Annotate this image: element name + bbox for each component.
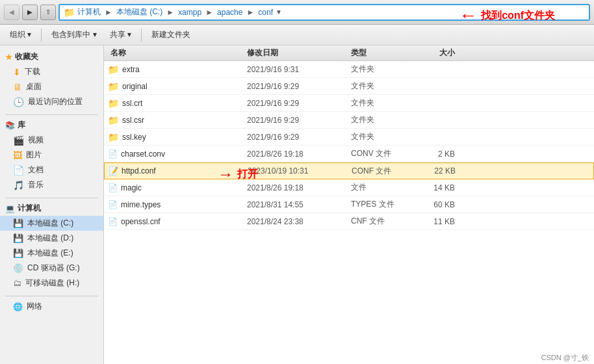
sidebar-item-picture[interactable]: 🖼 图片 <box>0 148 103 162</box>
table-row[interactable]: 📁 ssl.crt 2021/9/16 9:29 文件夹 <box>104 95 594 112</box>
table-row[interactable]: 📄 mime.types 2021/8/31 14:55 TYPES 文件 60… <box>104 196 594 213</box>
file-name: ssl.key <box>122 133 146 142</box>
file-type: CNF 文件 <box>351 216 416 227</box>
file-date: 2023/10/19 10:31 <box>248 166 352 176</box>
file-type: 文件夹 <box>351 64 416 75</box>
sep2: ► <box>166 8 174 17</box>
sep4: ► <box>246 8 254 17</box>
file-type: 文件 <box>351 182 416 193</box>
forward-button[interactable]: ▶ <box>22 5 38 20</box>
desktop-icon: 🖥 <box>13 82 22 92</box>
sidebar: ★ 收藏夹 ⬇ 下载 🖥 桌面 🕒 最近访问的位置 📚 库 <box>0 46 104 364</box>
table-row[interactable]: 📄 charset.conv 2021/8/26 19:18 CONV 文件 2… <box>104 146 594 162</box>
annotation-conf: ← 找到conf文件夹 <box>459 5 555 26</box>
organize-button[interactable]: 组织 ▾ <box>4 27 37 43</box>
share-button[interactable]: 共享 ▾ <box>104 27 137 43</box>
divider2 <box>141 29 142 42</box>
libraries-label: 库 <box>18 120 25 131</box>
sidebar-item-desktop-label: 桌面 <box>26 81 42 92</box>
file-list-header: 名称 修改日期 类型 大小 <box>104 46 594 61</box>
file-name-cell: 📄 charset.conv <box>104 150 247 159</box>
file-type: 文件夹 <box>351 81 416 92</box>
computer-label: 计算机 <box>18 203 41 214</box>
file-name-cell: 📁 ssl.crt <box>104 98 247 109</box>
sidebar-item-drive-c[interactable]: 💾 本地磁盘 (C:) <box>0 216 103 231</box>
table-row[interactable]: 📝 httpd.conf 2023/10/19 10:31 CONF 文件 22… <box>104 162 594 179</box>
header-date[interactable]: 修改日期 <box>247 47 351 58</box>
file-name: original <box>122 82 148 91</box>
new-folder-button[interactable]: 新建文件夹 <box>146 27 196 43</box>
file-name: httpd.conf <box>122 166 156 176</box>
libraries-header: 📚 库 <box>0 118 103 133</box>
header-name[interactable]: 名称 <box>104 47 247 58</box>
table-row[interactable]: 📄 openssl.cnf 2021/8/24 23:38 CNF 文件 11 … <box>104 213 594 230</box>
file-date: 2021/9/16 9:31 <box>247 65 351 74</box>
table-row[interactable]: 📄 magic 2021/8/26 19:18 文件 14 KB <box>104 179 594 196</box>
sidebar-item-drive-e-label: 本地磁盘 (E:) <box>27 248 73 259</box>
archive-button[interactable]: 包含到库中 ▾ <box>45 27 102 43</box>
breadcrumb-dropdown[interactable]: ▼ <box>276 8 282 16</box>
computer-icon: 💻 <box>5 204 15 213</box>
file-date: 2021/9/16 9:29 <box>247 116 351 125</box>
sidebar-item-document-label: 文档 <box>28 164 44 176</box>
sidebar-item-drive-h[interactable]: 🗂 可移动磁盘 (H:) <box>0 276 103 291</box>
picture-icon: 🖼 <box>13 150 22 161</box>
sidebar-item-network-label: 网络 <box>27 301 42 312</box>
sidebar-item-desktop[interactable]: 🖥 桌面 <box>0 79 103 94</box>
breadcrumb-c[interactable]: 本地磁盘 (C:) <box>116 6 162 18</box>
up-button[interactable]: ⇧ <box>40 5 56 20</box>
header-size[interactable]: 大小 <box>416 47 461 58</box>
file-type: 文件夹 <box>351 114 416 125</box>
video-icon: 🎬 <box>13 135 24 146</box>
status-text: CSDN @寸_铁 <box>541 354 589 361</box>
sidebar-item-drive-c-label: 本地磁盘 (C:) <box>27 218 73 229</box>
file-name: mime.types <box>121 200 161 209</box>
file-name: ssl.csr <box>122 116 144 125</box>
favorites-label: 收藏夹 <box>15 51 38 62</box>
recent-icon: 🕒 <box>13 97 24 107</box>
table-row[interactable]: 📁 extra 2021/9/16 9:31 文件夹 <box>104 61 594 78</box>
sidebar-item-music[interactable]: 🎵 音乐 <box>0 177 103 192</box>
sep1: ► <box>105 8 112 17</box>
sidebar-item-recent[interactable]: 🕒 最近访问的位置 <box>0 94 103 109</box>
sidebar-item-drive-g[interactable]: 💿 CD 驱动器 (G:) <box>0 261 103 276</box>
address-bar-container: ◀ ▶ ⇧ 📁 计算机 ► 本地磁盘 (C:) ► xampp ► apache… <box>0 0 594 25</box>
file-name: extra <box>122 65 140 74</box>
file-name-cell: 📄 openssl.cnf <box>104 217 247 226</box>
breadcrumb-conf[interactable]: conf <box>258 8 273 17</box>
file-date: 2021/9/16 9:29 <box>247 99 351 108</box>
breadcrumb-computer[interactable]: 计算机 <box>77 6 101 18</box>
favorites-section: ★ 收藏夹 ⬇ 下载 🖥 桌面 🕒 最近访问的位置 <box>0 49 103 109</box>
file-list-area: 名称 修改日期 类型 大小 📁 extra 2021/9/16 9:31 文件夹… <box>104 46 594 364</box>
header-type[interactable]: 类型 <box>351 47 416 58</box>
file-type: 文件夹 <box>351 131 416 142</box>
sidebar-item-drive-d[interactable]: 💾 本地磁盘 (D:) <box>0 231 103 246</box>
file-date: 2021/8/26 19:18 <box>247 150 351 159</box>
sidebar-item-network[interactable]: 🌐 网络 <box>0 299 103 314</box>
drive-c-icon: 💾 <box>13 218 23 228</box>
table-row[interactable]: 📁 ssl.csr 2021/9/16 9:29 文件夹 <box>104 112 594 129</box>
folder-icon: 📁 <box>108 98 119 109</box>
libraries-section: 📚 库 🎬 视频 🖼 图片 📄 文档 🎵 音乐 <box>0 118 103 192</box>
breadcrumb-apache[interactable]: apache <box>217 8 242 17</box>
sidebar-item-video[interactable]: 🎬 视频 <box>0 133 103 148</box>
table-row[interactable]: 📁 ssl.key 2021/9/16 9:29 文件夹 <box>104 129 594 146</box>
network-section: 🌐 网络 <box>0 299 103 314</box>
sidebar-item-drive-e[interactable]: 💾 本地磁盘 (E:) <box>0 246 103 261</box>
table-row[interactable]: 📁 original 2021/9/16 9:29 文件夹 <box>104 78 594 95</box>
annotation-text: 找到conf文件夹 <box>481 9 555 23</box>
breadcrumb-xampp[interactable]: xampp <box>178 8 201 17</box>
address-folder-icon: 📁 <box>64 7 75 18</box>
file-type: CONF 文件 <box>352 166 417 177</box>
file-date: 2021/8/24 23:38 <box>247 217 351 226</box>
back-button[interactable]: ◀ <box>4 5 19 20</box>
file-rows: 📁 extra 2021/9/16 9:31 文件夹 📁 original 20… <box>104 61 594 230</box>
folder-icon: 📁 <box>108 132 119 142</box>
sidebar-item-music-label: 音乐 <box>28 179 44 190</box>
sidebar-item-drive-h-label: 可移动磁盘 (H:) <box>25 278 79 289</box>
main-area: ★ 收藏夹 ⬇ 下载 🖥 桌面 🕒 最近访问的位置 📚 库 <box>0 46 594 364</box>
sidebar-item-download[interactable]: ⬇ 下载 <box>0 64 103 79</box>
file-name-cell: 📄 mime.types <box>104 200 247 209</box>
libraries-icon: 📚 <box>5 121 15 130</box>
sidebar-item-document[interactable]: 📄 文档 <box>0 162 103 177</box>
